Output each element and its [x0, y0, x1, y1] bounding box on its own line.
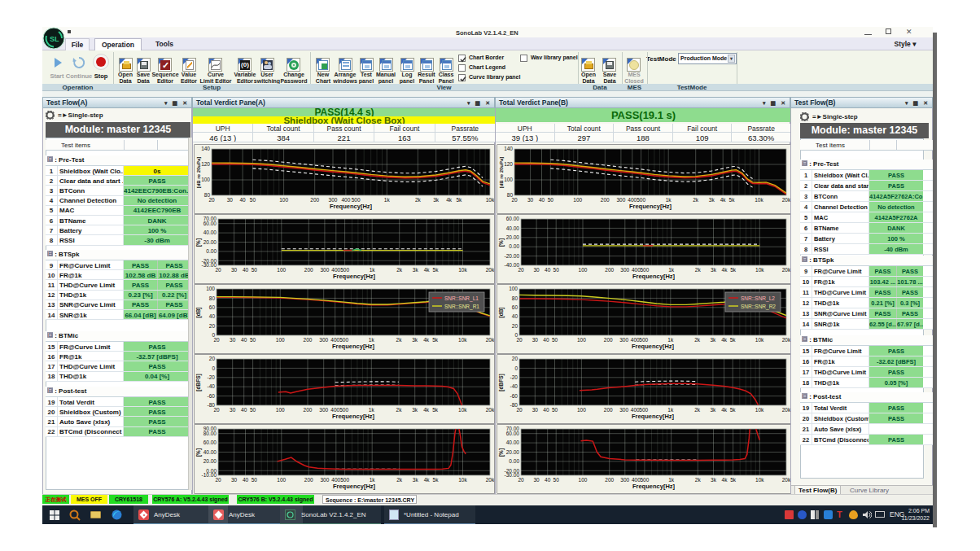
- svg-text:40: 40: [545, 477, 551, 483]
- svg-text:80: 80: [512, 295, 518, 301]
- svg-text:40: 40: [545, 267, 551, 273]
- svg-text:50: 50: [552, 337, 558, 343]
- svg-text:[%]: [%]: [498, 238, 505, 247]
- svg-text:50: 50: [252, 477, 258, 483]
- svg-text:20k: 20k: [782, 337, 790, 343]
- svg-text:20: 20: [215, 477, 221, 483]
- svg-text:200: 200: [604, 337, 613, 343]
- svg-text:2k: 2k: [396, 477, 403, 483]
- svg-text:200: 200: [304, 407, 313, 413]
- svg-text:3k: 3k: [711, 267, 717, 273]
- svg-text:Frequency[Hz]: Frequency[Hz]: [632, 483, 676, 490]
- svg-text:-40: -40: [208, 383, 216, 389]
- svg-text:1k: 1k: [667, 407, 674, 413]
- svg-text:[dB]: [dB]: [498, 308, 505, 318]
- svg-text:60.00: 60.00: [506, 431, 520, 436]
- svg-text:5k: 5k: [433, 267, 440, 273]
- svg-text:4k: 4k: [423, 407, 430, 413]
- svg-text:4k: 4k: [423, 337, 430, 343]
- svg-text:30: 30: [527, 197, 534, 203]
- svg-text:40: 40: [241, 337, 247, 343]
- svg-text:50: 50: [250, 337, 256, 343]
- svg-text:40: 40: [539, 197, 545, 203]
- svg-text:[dB]: [dB]: [195, 308, 202, 318]
- svg-text:100: 100: [509, 286, 518, 291]
- svg-text:120: 120: [504, 161, 513, 167]
- svg-text:30: 30: [532, 337, 539, 343]
- svg-text:400: 400: [331, 267, 340, 273]
- svg-text:30: 30: [532, 407, 539, 413]
- svg-text:20: 20: [215, 267, 221, 273]
- svg-text:[%]: [%]: [498, 448, 505, 457]
- svg-text:SNR::SNR_L1: SNR::SNR_L1: [444, 295, 479, 302]
- svg-text:20k: 20k: [486, 477, 494, 483]
- svg-text:20.00: 20.00: [506, 234, 520, 240]
- svg-text:10k: 10k: [755, 267, 764, 273]
- svg-text:20: 20: [516, 407, 523, 413]
- svg-text:80.00: 80.00: [203, 431, 217, 436]
- svg-text:300: 300: [620, 267, 629, 273]
- svg-text:300: 300: [329, 197, 338, 203]
- svg-text:4k: 4k: [721, 337, 728, 343]
- svg-text:60.00: 60.00: [203, 439, 217, 445]
- svg-text:400: 400: [341, 197, 350, 203]
- svg-text:500: 500: [639, 337, 648, 343]
- svg-text:20.00: 20.00: [203, 458, 217, 464]
- svg-text:10k: 10k: [458, 477, 467, 483]
- svg-text:3k: 3k: [711, 477, 717, 483]
- svg-text:400: 400: [631, 407, 640, 413]
- svg-text:500: 500: [339, 337, 348, 343]
- svg-text:1k: 1k: [369, 407, 375, 413]
- svg-text:20: 20: [208, 197, 215, 203]
- svg-text:4k: 4k: [722, 477, 728, 483]
- svg-text:40: 40: [512, 313, 518, 319]
- svg-text:10k: 10k: [486, 197, 494, 203]
- svg-text:20: 20: [512, 323, 518, 329]
- svg-text:40: 40: [243, 477, 249, 483]
- svg-text:200: 200: [605, 267, 614, 273]
- svg-text:300: 300: [319, 407, 328, 413]
- svg-text:30: 30: [227, 197, 234, 203]
- svg-text:3k: 3k: [709, 197, 715, 203]
- svg-text:4k: 4k: [721, 407, 728, 413]
- svg-text:60: 60: [512, 304, 518, 310]
- svg-text:20k: 20k: [486, 337, 494, 343]
- svg-text:3k: 3k: [412, 407, 418, 413]
- svg-text:400: 400: [330, 337, 339, 343]
- svg-text:200: 200: [304, 337, 313, 343]
- svg-text:3k: 3k: [710, 407, 716, 413]
- svg-text:20k: 20k: [486, 267, 494, 273]
- svg-text:400: 400: [330, 407, 339, 413]
- svg-text:Frequency[Hz]: Frequency[Hz]: [333, 483, 376, 490]
- svg-text:30: 30: [230, 337, 236, 343]
- svg-text:4k: 4k: [424, 267, 431, 273]
- svg-text:5k: 5k: [433, 477, 440, 483]
- svg-text:200: 200: [605, 477, 614, 483]
- svg-text:0.00: 0.00: [509, 458, 519, 464]
- svg-text:40: 40: [209, 313, 216, 319]
- svg-text:50: 50: [548, 197, 554, 203]
- svg-text:4k: 4k: [720, 197, 727, 203]
- svg-text:Frequency[Hz]: Frequency[Hz]: [632, 343, 675, 350]
- svg-text:Frequency[Hz]: Frequency[Hz]: [632, 273, 676, 280]
- svg-text:100: 100: [573, 197, 582, 203]
- svg-text:40.00: 40.00: [506, 439, 520, 445]
- svg-text:10k: 10k: [755, 197, 763, 203]
- svg-text:40: 40: [543, 407, 549, 413]
- svg-text:3k: 3k: [433, 197, 440, 203]
- svg-text:0.00: 0.00: [509, 243, 519, 249]
- svg-text:10k: 10k: [755, 477, 764, 483]
- svg-text:5k: 5k: [432, 337, 439, 343]
- svg-text:80: 80: [209, 295, 216, 301]
- svg-text:4k: 4k: [446, 197, 453, 203]
- svg-text:120: 120: [201, 161, 210, 167]
- svg-text:50: 50: [553, 267, 560, 273]
- svg-text:400: 400: [331, 477, 340, 483]
- svg-text:20: 20: [516, 337, 523, 343]
- svg-text:-40: -40: [510, 383, 518, 389]
- svg-text:40.00: 40.00: [203, 230, 217, 235]
- svg-text:40: 40: [241, 407, 247, 413]
- svg-text:50: 50: [553, 477, 560, 483]
- svg-text:5k: 5k: [730, 407, 737, 413]
- svg-text:2k: 2k: [694, 407, 701, 413]
